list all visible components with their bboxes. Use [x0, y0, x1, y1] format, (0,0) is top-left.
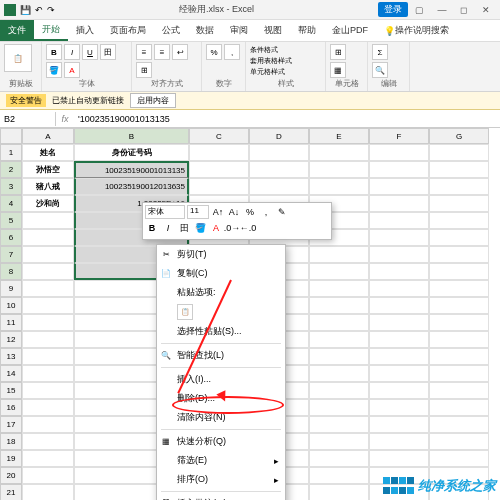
cell[interactable]: [429, 178, 489, 195]
qat-redo-icon[interactable]: ↷: [47, 5, 55, 15]
cell[interactable]: [369, 297, 429, 314]
cell[interactable]: [369, 382, 429, 399]
row-header[interactable]: 14: [0, 365, 22, 382]
border-button[interactable]: 田: [100, 44, 116, 60]
cell[interactable]: [22, 331, 74, 348]
paste-option-icon[interactable]: 📋: [177, 304, 193, 320]
menu-delete[interactable]: 删除(D)...: [157, 389, 285, 408]
tab-home[interactable]: 开始: [34, 20, 68, 41]
row-header[interactable]: 13: [0, 348, 22, 365]
cell[interactable]: [369, 399, 429, 416]
cell[interactable]: [369, 178, 429, 195]
font-color-button[interactable]: A: [64, 62, 80, 78]
wrap-text-button[interactable]: ↩: [172, 44, 188, 60]
cell[interactable]: [369, 246, 429, 263]
mini-font-select[interactable]: 宋体: [145, 205, 185, 219]
cell[interactable]: [309, 365, 369, 382]
cell[interactable]: [429, 246, 489, 263]
tab-file[interactable]: 文件: [0, 20, 34, 41]
cell[interactable]: [189, 144, 249, 161]
col-header-d[interactable]: D: [249, 128, 309, 144]
tab-layout[interactable]: 页面布局: [102, 20, 154, 41]
cell[interactable]: [369, 450, 429, 467]
cell[interactable]: [369, 365, 429, 382]
cell[interactable]: [22, 382, 74, 399]
mini-format-painter-icon[interactable]: ✎: [275, 205, 289, 219]
cell[interactable]: [429, 331, 489, 348]
formula-input[interactable]: '100235190001013135: [74, 112, 500, 126]
tab-formulas[interactable]: 公式: [154, 20, 188, 41]
col-header-g[interactable]: G: [429, 128, 489, 144]
mini-font-color-icon[interactable]: A: [209, 221, 223, 235]
cell[interactable]: [22, 314, 74, 331]
menu-insert[interactable]: 插入(I)...: [157, 370, 285, 389]
row-header[interactable]: 4: [0, 195, 22, 212]
autosum-button[interactable]: Σ: [372, 44, 388, 60]
cell[interactable]: [429, 195, 489, 212]
row-header[interactable]: 20: [0, 467, 22, 484]
merge-button[interactable]: ⊞: [136, 62, 152, 78]
menu-insert-comment[interactable]: 💬插入批注(M): [157, 494, 285, 500]
col-header-c[interactable]: C: [189, 128, 249, 144]
cell[interactable]: [369, 416, 429, 433]
menu-paste-special[interactable]: 选择性粘贴(S)...: [157, 322, 285, 341]
mini-decimal-inc-icon[interactable]: .0→: [225, 221, 239, 235]
cell[interactable]: [309, 484, 369, 500]
row-header[interactable]: 7: [0, 246, 22, 263]
tab-tellme[interactable]: 💡 操作说明搜索: [376, 20, 457, 41]
cell[interactable]: [369, 280, 429, 297]
row-header[interactable]: 12: [0, 331, 22, 348]
insert-cells-button[interactable]: ⊞: [330, 44, 346, 60]
italic-button[interactable]: I: [64, 44, 80, 60]
mini-italic-icon[interactable]: I: [161, 221, 175, 235]
row-header[interactable]: 19: [0, 450, 22, 467]
menu-filter[interactable]: 筛选(E)▸: [157, 451, 285, 470]
name-box[interactable]: B2: [0, 112, 56, 126]
menu-smart-lookup[interactable]: 🔍智能查找(L): [157, 346, 285, 365]
cell[interactable]: 姓名: [22, 144, 74, 161]
cell[interactable]: 100235190012013635: [74, 178, 189, 195]
qat-undo-icon[interactable]: ↶: [35, 5, 43, 15]
cell[interactable]: [369, 263, 429, 280]
col-header-e[interactable]: E: [309, 128, 369, 144]
mini-border-icon[interactable]: 田: [177, 221, 191, 235]
cell[interactable]: [189, 178, 249, 195]
cell[interactable]: [429, 433, 489, 450]
cell[interactable]: [22, 212, 74, 229]
cell[interactable]: [309, 399, 369, 416]
tab-help[interactable]: 帮助: [290, 20, 324, 41]
row-header[interactable]: 5: [0, 212, 22, 229]
row-header[interactable]: 6: [0, 229, 22, 246]
conditional-format-button[interactable]: 条件格式: [250, 44, 321, 55]
select-all-corner[interactable]: [0, 128, 22, 144]
mini-bold-icon[interactable]: B: [145, 221, 159, 235]
table-format-button[interactable]: 套用表格样式: [250, 55, 321, 66]
cell[interactable]: [429, 263, 489, 280]
cell[interactable]: [22, 365, 74, 382]
cell[interactable]: [369, 229, 429, 246]
cell[interactable]: [369, 433, 429, 450]
cell[interactable]: [22, 297, 74, 314]
cell[interactable]: [369, 212, 429, 229]
cell[interactable]: [309, 280, 369, 297]
fill-color-button[interactable]: 🪣: [46, 62, 62, 78]
cell[interactable]: [369, 144, 429, 161]
tab-view[interactable]: 视图: [256, 20, 290, 41]
find-button[interactable]: 🔍: [372, 62, 388, 78]
cell[interactable]: [249, 161, 309, 178]
cell[interactable]: [22, 467, 74, 484]
mini-percent-icon[interactable]: %: [243, 205, 257, 219]
bold-button[interactable]: B: [46, 44, 62, 60]
cell[interactable]: [429, 365, 489, 382]
align-left-button[interactable]: ≡: [136, 44, 152, 60]
align-center-button[interactable]: ≡: [154, 44, 170, 60]
cell[interactable]: [22, 229, 74, 246]
cell[interactable]: [429, 297, 489, 314]
comma-button[interactable]: ,: [224, 44, 240, 60]
cell[interactable]: [369, 348, 429, 365]
cell[interactable]: [429, 212, 489, 229]
row-header[interactable]: 3: [0, 178, 22, 195]
cell[interactable]: 身份证号码: [74, 144, 189, 161]
format-button[interactable]: ▦: [330, 62, 346, 78]
menu-sort[interactable]: 排序(O)▸: [157, 470, 285, 489]
